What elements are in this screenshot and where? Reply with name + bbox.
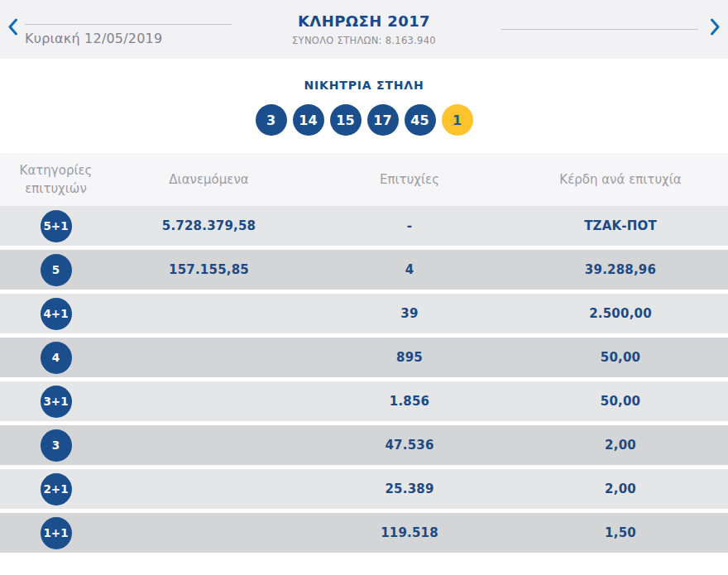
winners-value: - bbox=[306, 218, 513, 233]
column-header-winners: Επιτυχίες bbox=[306, 172, 513, 187]
page: Κυριακή 12/05/2019 ΚΛΗΡΩΣΗ 2017 ΣΥΝΟΛΟ Σ… bbox=[0, 0, 728, 553]
results-table: Κατηγορίες επιτυχιών Διανεμόμενα Επιτυχί… bbox=[0, 153, 728, 553]
next-draw-button[interactable] bbox=[708, 17, 722, 37]
table-row: 4 895 50,00 bbox=[0, 338, 728, 377]
winners-value: 47.536 bbox=[306, 438, 513, 453]
winners-value: 25.389 bbox=[306, 482, 513, 496]
category-badge: 5+1 bbox=[41, 210, 72, 242]
winning-column-title: ΝΙΚΗΤΡΙΑ ΣΤΗΛΗ bbox=[0, 79, 728, 92]
winning-numbers: 3 14 15 17 45 1 bbox=[0, 104, 728, 136]
prize-value: 2,00 bbox=[513, 438, 728, 453]
distributed-value: 157.155,85 bbox=[112, 262, 306, 277]
draw-title: ΚΛΗΡΩΣΗ 2017 bbox=[165, 12, 563, 30]
draw-total-columns: ΣΥΝΟΛΟ ΣΤΗΛΩΝ: 8.163.940 bbox=[165, 35, 563, 46]
category-label: 5 bbox=[52, 263, 60, 276]
winners-value: 119.518 bbox=[306, 525, 513, 540]
results-table-header: Κατηγορίες επιτυχιών Διανεμόμενα Επιτυχί… bbox=[0, 153, 728, 206]
prize-value: 50,00 bbox=[513, 350, 728, 365]
number-ball: 3 bbox=[256, 104, 287, 136]
distributed-value: 5.728.379,58 bbox=[112, 218, 306, 233]
bonus-number-ball: 1 bbox=[442, 104, 473, 136]
category-badge: 3 bbox=[41, 429, 72, 462]
category-label: 4+1 bbox=[43, 307, 68, 320]
table-row: 4+1 39 2.500,00 bbox=[0, 294, 728, 333]
draw-navigation: Κυριακή 12/05/2019 ΚΛΗΡΩΣΗ 2017 ΣΥΝΟΛΟ Σ… bbox=[0, 0, 728, 59]
winners-value: 39 bbox=[306, 306, 513, 321]
category-badge: 5 bbox=[41, 254, 72, 286]
category-label: 3+1 bbox=[43, 395, 68, 408]
category-label: 3 bbox=[52, 438, 60, 452]
table-row: 2+1 25.389 2,00 bbox=[0, 469, 728, 509]
prize-value: 2.500,00 bbox=[513, 306, 728, 321]
prize-value: 2,00 bbox=[513, 482, 728, 496]
category-badge: 1+1 bbox=[41, 517, 72, 549]
table-row: 1+1 119.518 1,50 bbox=[0, 513, 728, 553]
category-label: 4 bbox=[52, 351, 60, 364]
category-badge: 2+1 bbox=[41, 473, 72, 506]
prize-value: ΤΖΑΚ-ΠΟΤ bbox=[513, 218, 728, 233]
category-badge: 3+1 bbox=[41, 386, 72, 418]
number-ball: 14 bbox=[293, 104, 324, 136]
table-row: 5+1 5.728.379,58 - ΤΖΑΚ-ΠΟΤ bbox=[0, 206, 728, 246]
previous-draw-button[interactable] bbox=[6, 17, 20, 37]
column-header-categories: Κατηγορίες επιτυχιών bbox=[0, 161, 112, 199]
winning-column-section: ΝΙΚΗΤΡΙΑ ΣΤΗΛΗ 3 14 15 17 45 1 bbox=[0, 59, 728, 153]
category-label: 5+1 bbox=[43, 219, 68, 232]
chevron-right-icon bbox=[710, 26, 721, 38]
table-row: 3 47.536 2,00 bbox=[0, 425, 728, 465]
prize-value: 39.288,96 bbox=[513, 262, 728, 277]
table-row: 5 157.155,85 4 39.288,96 bbox=[0, 250, 728, 290]
number-ball: 45 bbox=[405, 104, 436, 136]
category-label: 2+1 bbox=[43, 482, 68, 496]
winners-value: 895 bbox=[306, 350, 513, 365]
number-ball: 15 bbox=[330, 104, 362, 136]
table-row: 3+1 1.856 50,00 bbox=[0, 381, 728, 421]
next-draw-info bbox=[501, 29, 698, 30]
category-label: 1+1 bbox=[43, 526, 68, 539]
winners-value: 4 bbox=[306, 262, 513, 277]
chevron-left-icon bbox=[7, 26, 18, 38]
number-ball: 17 bbox=[367, 104, 399, 136]
category-badge: 4+1 bbox=[41, 298, 72, 330]
column-header-prize: Κέρδη ανά επιτυχία bbox=[513, 172, 728, 187]
winners-value: 1.856 bbox=[306, 394, 513, 409]
column-header-distributed: Διανεμόμενα bbox=[112, 172, 306, 187]
prize-value: 50,00 bbox=[513, 394, 728, 409]
category-badge: 4 bbox=[41, 342, 72, 374]
right-divider-line bbox=[501, 29, 698, 30]
results-rows: 5+1 5.728.379,58 - ΤΖΑΚ-ΠΟΤ 5 157.155,85… bbox=[0, 206, 728, 553]
prize-value: 1,50 bbox=[513, 525, 728, 540]
